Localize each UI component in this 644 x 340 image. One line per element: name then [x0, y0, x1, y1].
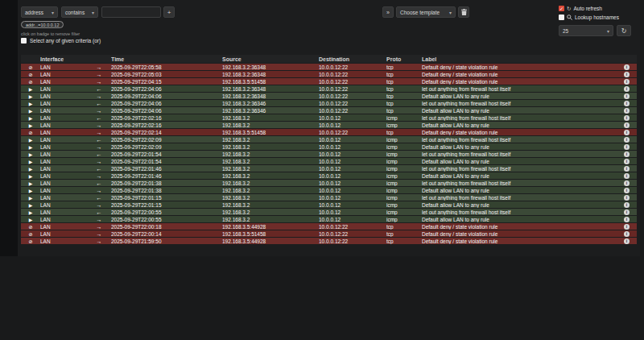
info-icon[interactable]: i [624, 159, 630, 164]
time-cell: 2025-09-29T22:02:09 [111, 137, 222, 143]
table-row[interactable]: ▶ LAN → 2025-09-29T22:01:15 192.168.3.2 … [21, 201, 637, 208]
info-icon[interactable]: i [624, 195, 630, 201]
info-icon[interactable]: i [624, 151, 630, 157]
info-icon[interactable]: i [624, 101, 630, 106]
info-icon[interactable]: i [624, 144, 630, 150]
arrow-right-icon: → [97, 231, 102, 237]
info-icon[interactable]: i [624, 202, 630, 208]
table-row[interactable]: ⊘ LAN → 2025-09-29T22:05:03 192.168.3.2:… [21, 71, 637, 77]
info-icon[interactable]: i [624, 122, 630, 128]
apply-template-button[interactable]: » [382, 6, 394, 18]
info-icon[interactable]: i [624, 173, 630, 179]
destination-cell: 10.0.0.12 [319, 202, 386, 208]
source-cell: 192.168.3.5:51458 [222, 231, 319, 237]
interface-cell: LAN [40, 166, 87, 172]
time-cell: 2025-09-29T22:04:06 [111, 93, 222, 99]
info-icon[interactable]: i [624, 224, 630, 230]
info-icon[interactable]: i [624, 180, 630, 186]
interface-cell: LAN [40, 217, 87, 222]
table-row[interactable]: ▶ LAN → 2025-09-29T22:04:06 192.168.3.2:… [21, 93, 637, 99]
table-row[interactable]: ⊘ LAN → 2025-09-29T22:02:14 192.168.3.5:… [21, 129, 637, 135]
pass-icon: ▶ [29, 160, 33, 164]
table-row[interactable]: ▶ LAN ← 2025-09-29T22:00:55 192.168.3.2 … [21, 209, 637, 215]
info-icon[interactable]: i [624, 115, 630, 121]
page-size-select[interactable]: 25 ▾ [559, 25, 613, 36]
table-row[interactable]: ⊘ LAN → 2025-09-29T21:59:50 192.168.3.5:… [21, 238, 637, 244]
destination-cell: 10.0.0.12:22 [319, 238, 386, 244]
arrow-right-icon: → [97, 217, 102, 222]
table-row[interactable]: ⊘ LAN → 2025-09-29T22:05:58 192.168.3.2:… [21, 64, 637, 70]
table-row[interactable]: ▶ LAN → 2025-09-29T22:01:46 192.168.3.2 … [21, 172, 637, 179]
source-cell: 192.168.3.2 [222, 202, 319, 208]
auto-refresh-checkbox[interactable]: ✓ [559, 6, 564, 11]
arrow-right-icon: → [97, 130, 102, 135]
filter-operator-select[interactable]: contains ▾ [61, 6, 98, 18]
match-any-checkbox[interactable] [21, 38, 27, 44]
table-row[interactable]: ▶ LAN ← 2025-09-29T22:01:15 192.168.3.2 … [21, 194, 637, 201]
info-icon[interactable]: i [624, 93, 630, 99]
table-body: ⊘ LAN → 2025-09-29T22:05:58 192.168.3.2:… [21, 64, 637, 244]
label-cell: Default deny / state violation rule [422, 72, 619, 77]
chevron-down-icon: ▾ [92, 10, 94, 15]
info-icon[interactable]: i [624, 166, 630, 172]
source-cell: 192.168.3.2 [222, 159, 319, 164]
info-icon[interactable]: i [624, 209, 630, 215]
table-row[interactable]: ▶ LAN ← 2025-09-29T22:02:09 192.168.3.2 … [21, 136, 637, 143]
proto-cell: tcp [386, 130, 422, 135]
info-icon[interactable]: i [624, 238, 630, 244]
label-cell: let out anything from firewall host itse… [422, 195, 619, 201]
block-icon: ⊘ [28, 131, 32, 135]
table-row[interactable]: ▶ LAN ← 2025-09-29T22:04:06 192.168.3.2:… [21, 85, 637, 92]
label-cell: Default allow LAN to any rule [422, 217, 619, 222]
destination-cell: 10.0.0.12:22 [319, 64, 386, 70]
source-cell: 192.168.3.2 [222, 209, 319, 215]
table-row[interactable]: ▶ LAN ← 2025-09-29T22:01:38 192.168.3.2 … [21, 180, 637, 186]
delete-template-button[interactable] [458, 6, 469, 18]
filter-value-input[interactable] [101, 6, 161, 18]
info-icon[interactable]: i [624, 79, 630, 85]
table-row[interactable]: ▶ LAN → 2025-09-29T22:02:09 192.168.3.2 … [21, 143, 637, 150]
info-icon[interactable]: i [624, 64, 630, 70]
info-icon[interactable]: i [624, 72, 630, 77]
destination-cell: 10.0.0.12 [319, 144, 386, 150]
filter-field-select[interactable]: address ▾ [21, 6, 58, 18]
proto-cell: tcp [386, 108, 422, 114]
table-row[interactable]: ⊘ LAN → 2025-09-29T22:04:15 192.168.3.5:… [21, 78, 637, 85]
info-icon[interactable]: i [624, 188, 630, 193]
template-select[interactable]: Choose template ▾ [396, 6, 456, 18]
proto-cell: icmp [386, 137, 422, 143]
table-row[interactable]: ▶ LAN ← 2025-09-29T22:02:16 192.168.3.2 … [21, 114, 637, 121]
table-row[interactable]: ⊘ LAN → 2025-09-29T22:00:18 192.168.3.5:… [21, 223, 637, 230]
table-row[interactable]: ▶ LAN ← 2025-09-29T22:04:06 192.168.3.2:… [21, 100, 637, 106]
interface-cell: LAN [40, 72, 87, 77]
table-row[interactable]: ▶ LAN → 2025-09-29T22:01:38 192.168.3.2 … [21, 187, 637, 193]
destination-cell: 10.0.0.12:22 [319, 72, 386, 77]
destination-cell: 10.0.0.12:22 [319, 101, 386, 106]
active-filter-badge[interactable]: addr...=10.0.0.12 [21, 21, 64, 28]
table-row[interactable]: ▶ LAN → 2025-09-29T22:01:54 192.168.3.2 … [21, 158, 637, 164]
info-icon[interactable]: i [624, 130, 630, 135]
info-icon[interactable]: i [624, 86, 630, 92]
table-row[interactable]: ⊘ LAN → 2025-09-29T22:00:14 192.168.3.5:… [21, 230, 637, 237]
table-row[interactable]: ▶ LAN ← 2025-09-29T22:01:46 192.168.3.2 … [21, 165, 637, 172]
table-row[interactable]: ▶ LAN → 2025-09-29T22:02:16 192.168.3.2 … [21, 122, 637, 128]
arrow-right-icon: → [97, 188, 102, 193]
arrow-right-icon: → [97, 159, 102, 164]
info-icon[interactable]: i [624, 231, 630, 237]
pass-icon: ▶ [29, 210, 33, 215]
pass-icon: ▶ [29, 167, 33, 172]
info-icon[interactable]: i [624, 137, 630, 143]
refresh-button[interactable]: ↻ [617, 25, 631, 36]
table-row[interactable]: ▶ LAN → 2025-09-29T22:00:55 192.168.3.2 … [21, 216, 637, 222]
label-cell: let out anything from firewall host itse… [422, 209, 619, 215]
table-row[interactable]: ▶ LAN ← 2025-09-29T22:01:54 192.168.3.2 … [21, 151, 637, 157]
source-cell: 192.168.3.2 [222, 166, 319, 172]
arrow-left-icon: ← [97, 115, 102, 121]
add-filter-button[interactable]: + [163, 6, 175, 18]
table-row[interactable]: ▶ LAN → 2025-09-29T22:04:06 192.168.3.2:… [21, 107, 637, 114]
info-icon[interactable]: i [624, 217, 630, 222]
lookup-hostnames-checkbox[interactable] [559, 15, 564, 20]
col-destination: Destination [319, 56, 386, 62]
info-icon[interactable]: i [624, 108, 630, 114]
source-cell: 192.168.3.2:36348 [222, 64, 319, 70]
